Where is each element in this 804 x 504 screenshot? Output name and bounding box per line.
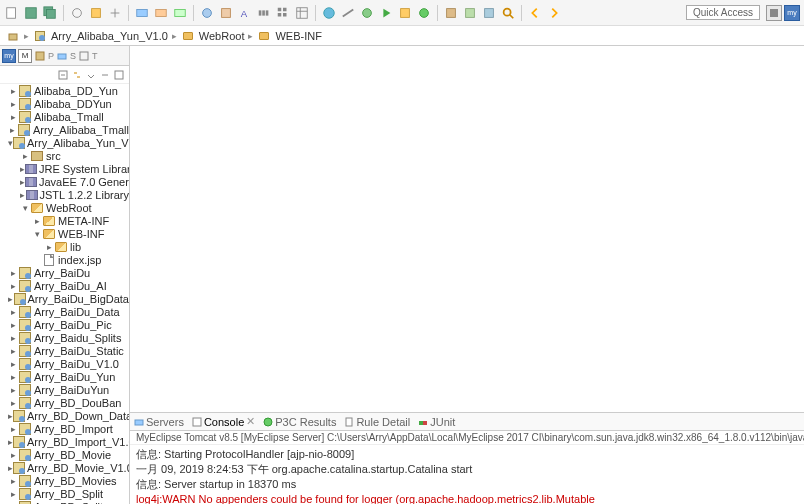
tool-icon[interactable] — [397, 5, 413, 21]
forward-icon[interactable] — [546, 5, 562, 21]
tool-icon[interactable] — [88, 5, 104, 21]
expander-icon[interactable]: ▸ — [8, 86, 18, 96]
breadcrumb-item[interactable]: WEB-INF — [275, 30, 321, 42]
tree-node[interactable]: ▸Arry_BaiDu_Yun — [0, 370, 129, 383]
tool-icon[interactable] — [294, 5, 310, 21]
tree-node[interactable]: ▸Arry_Alibaba_Tmall — [0, 123, 129, 136]
tool-icon[interactable] — [199, 5, 215, 21]
expander-icon[interactable]: ▸ — [8, 333, 18, 343]
expander-icon[interactable]: ▸ — [32, 216, 42, 226]
expander-icon[interactable]: ▾ — [20, 203, 30, 213]
tool-icon[interactable] — [340, 5, 356, 21]
project-tree[interactable]: ▸Alibaba_DD_Yun▸Alibaba_DDYun▸Alibaba_Tm… — [0, 84, 129, 504]
tree-node[interactable]: ▸Arry_BaiDu_Static — [0, 344, 129, 357]
collapse-all-icon[interactable] — [57, 69, 69, 81]
tree-node[interactable]: ▸Arry_BD_Import_V1.0 — [0, 435, 129, 448]
expander-icon[interactable]: ▸ — [8, 385, 18, 395]
tree-node[interactable]: ▸Arry_BD_Down_Data — [0, 409, 129, 422]
quick-access-button[interactable]: Quick Access — [686, 5, 760, 20]
tree-node[interactable]: ▸JSTL 1.2.2 Library — [0, 188, 129, 201]
sidebar-tab[interactable]: my — [2, 49, 16, 63]
tree-node[interactable]: ▸src — [0, 149, 129, 162]
tree-node[interactable]: ▸Arry_BD_DouBan — [0, 396, 129, 409]
link-editor-icon[interactable] — [71, 69, 83, 81]
save-icon[interactable] — [23, 5, 39, 21]
tool-icon[interactable] — [275, 5, 291, 21]
tree-node[interactable]: ▸Arry_BaiDu_V1.0 — [0, 357, 129, 370]
tree-node[interactable]: ▸Arry_BD_Split — [0, 487, 129, 500]
console-output[interactable]: 信息: Starting ProtocolHandler [ajp-nio-80… — [130, 445, 804, 504]
expander-icon[interactable]: ▾ — [32, 229, 42, 239]
tree-node[interactable]: ▸Arry_Baidu_Splits — [0, 331, 129, 344]
expander-icon[interactable]: ▸ — [8, 346, 18, 356]
expander-icon[interactable]: ▸ — [8, 307, 18, 317]
tree-node[interactable]: ▸Arry_BD_Splits — [0, 500, 129, 504]
breadcrumb-item[interactable]: WebRoot — [199, 30, 245, 42]
minimize-icon[interactable] — [99, 69, 111, 81]
expander-icon[interactable]: ▸ — [8, 489, 18, 499]
tab-servers[interactable]: Servers — [134, 416, 184, 428]
tool-icon[interactable] — [443, 5, 459, 21]
maximize-icon[interactable] — [113, 69, 125, 81]
tool-icon[interactable] — [153, 5, 169, 21]
tree-node[interactable]: ▸lib — [0, 240, 129, 253]
debug-icon[interactable] — [359, 5, 375, 21]
myeclipse-perspective-button[interactable]: my — [784, 5, 800, 21]
expander-icon[interactable]: ▸ — [8, 320, 18, 330]
tree-node[interactable]: ▸Arry_BD_Import — [0, 422, 129, 435]
tree-node[interactable]: ▸META-INF — [0, 214, 129, 227]
search-icon[interactable] — [500, 5, 516, 21]
tree-node[interactable]: ▸JavaEE 7.0 Generic Li — [0, 175, 129, 188]
tree-node[interactable]: ▸Arry_BaiDuYun — [0, 383, 129, 396]
tree-node[interactable]: ▸Arry_BaiDu_BigData — [0, 292, 129, 305]
tool-icon[interactable] — [134, 5, 150, 21]
tool-icon[interactable] — [69, 5, 85, 21]
tool-icon[interactable] — [172, 5, 188, 21]
tree-node[interactable]: ▸Arry_BD_Movies — [0, 474, 129, 487]
tool-icon[interactable] — [256, 5, 272, 21]
tree-node[interactable]: ▸Arry_BD_Movie_V1.0 — [0, 461, 129, 474]
tool-icon[interactable] — [416, 5, 432, 21]
sidebar-tab-icon[interactable] — [34, 50, 46, 62]
save-all-icon[interactable] — [42, 5, 58, 21]
menu-icon[interactable] — [85, 69, 97, 81]
tree-node[interactable]: ▾WebRoot — [0, 201, 129, 214]
tree-node[interactable]: ▸Arry_BD_Movie — [0, 448, 129, 461]
tool-icon[interactable] — [218, 5, 234, 21]
expander-icon[interactable]: ▸ — [8, 281, 18, 291]
expander-icon[interactable]: ▸ — [8, 398, 18, 408]
run-icon[interactable] — [378, 5, 394, 21]
tool-icon[interactable] — [321, 5, 337, 21]
tree-node[interactable]: ▾Arry_Alibaba_Yun_V1.0 — [0, 136, 129, 149]
tool-icon[interactable] — [481, 5, 497, 21]
breadcrumb-item[interactable]: Arry_Alibaba_Yun_V1.0 — [51, 30, 168, 42]
expander-icon[interactable]: ▸ — [8, 112, 18, 122]
expander-icon[interactable]: ▸ — [8, 359, 18, 369]
tree-node[interactable]: ▸Arry_BaiDu_Data — [0, 305, 129, 318]
expander-icon[interactable]: ▸ — [8, 424, 18, 434]
new-icon[interactable] — [4, 5, 20, 21]
tree-node[interactable]: ▾WEB-INF — [0, 227, 129, 240]
tree-node[interactable]: ▸Arry_BaiDu_AI — [0, 279, 129, 292]
tree-node[interactable]: ▸Alibaba_DD_Yun — [0, 84, 129, 97]
sidebar-tab-label[interactable]: T — [92, 51, 98, 61]
tab-p3c[interactable]: P3C Results — [263, 416, 336, 428]
expander-icon[interactable]: ▸ — [8, 450, 18, 460]
expander-icon[interactable]: ▸ — [8, 372, 18, 382]
tab-console[interactable]: Console ✕ — [192, 415, 255, 428]
tree-node[interactable]: ▸Arry_BaiDu_Pic — [0, 318, 129, 331]
expander-icon[interactable]: ▸ — [8, 476, 18, 486]
sidebar-tab[interactable]: M — [18, 49, 32, 63]
tree-node[interactable]: ▸Alibaba_Tmall — [0, 110, 129, 123]
sidebar-tab-icon[interactable] — [56, 50, 68, 62]
tab-junit[interactable]: JUnit — [418, 416, 455, 428]
back-icon[interactable] — [527, 5, 543, 21]
sidebar-tab-label[interactable]: P — [48, 51, 54, 61]
tree-node[interactable]: index.jsp — [0, 253, 129, 266]
expander-icon[interactable]: ▸ — [44, 242, 54, 252]
expander-icon[interactable]: ▸ — [8, 268, 18, 278]
sidebar-tab-icon[interactable] — [78, 50, 90, 62]
expander-icon[interactable]: ▸ — [20, 151, 30, 161]
tree-node[interactable]: ▸Arry_BaiDu — [0, 266, 129, 279]
tool-icon[interactable] — [462, 5, 478, 21]
